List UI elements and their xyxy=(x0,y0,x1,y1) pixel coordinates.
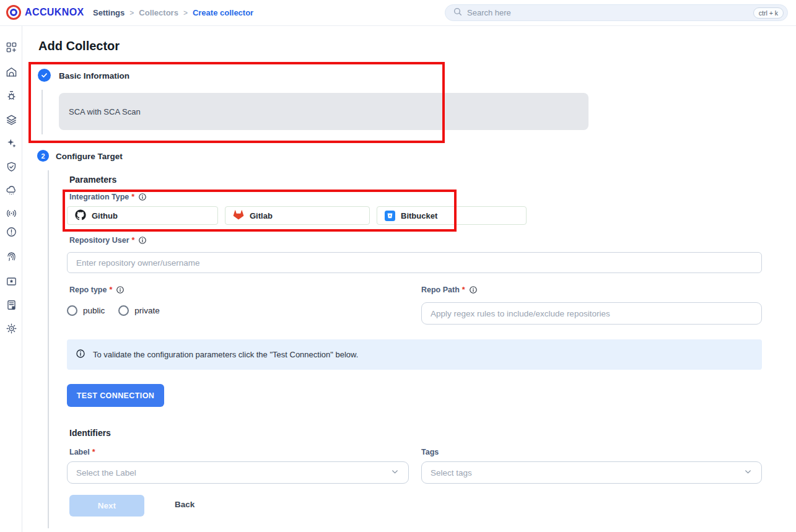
integration-option-bitbucket[interactable]: Bitbucket xyxy=(377,206,527,225)
step2-label: Configure Target xyxy=(56,152,123,161)
integration-option-github[interactable]: Github xyxy=(67,206,218,225)
step2-number-badge: 2 xyxy=(37,150,49,162)
required-asterisk: * xyxy=(109,286,112,294)
alert-icon[interactable] xyxy=(5,225,17,238)
radio-circle-icon xyxy=(67,305,77,316)
search-placeholder: Search here xyxy=(467,8,753,17)
fingerprint-icon[interactable] xyxy=(5,250,17,263)
info-icon xyxy=(76,349,85,361)
integration-option-gitlab[interactable]: Gitlab xyxy=(225,206,370,225)
step1-completed-icon xyxy=(38,69,51,82)
info-icon[interactable] xyxy=(469,286,478,294)
required-asterisk: * xyxy=(462,286,465,294)
required-asterisk: * xyxy=(92,448,95,456)
repo-type-radio-group: public private xyxy=(67,305,160,316)
breadcrumb-separator: > xyxy=(183,9,188,17)
tags-field-label: Tags xyxy=(421,448,439,456)
repo-type-label: Repo type * xyxy=(69,286,125,294)
repo-path-input[interactable] xyxy=(421,302,762,325)
settings-gear-icon[interactable] xyxy=(5,322,17,334)
info-banner-text: To validate the configuration parameters… xyxy=(93,350,358,359)
integration-option-bitbucket-label: Bitbucket xyxy=(401,211,437,220)
accuknox-logo-text: ACCUKNOX xyxy=(25,7,84,18)
repo-path-label: Repo Path * xyxy=(421,286,478,294)
stepper-connector-2 xyxy=(48,170,49,528)
tags-select-placeholder: Select tags xyxy=(431,468,743,477)
repository-user-input[interactable] xyxy=(67,252,762,273)
repo-type-public-radio[interactable]: public xyxy=(67,305,105,316)
test-connection-button[interactable]: TEST CONNECTION xyxy=(67,384,164,407)
collector-type-selection[interactable]: SCA with SCA Scan xyxy=(59,93,588,130)
chevron-down-icon xyxy=(390,467,400,479)
keyboard-shortcut-badge: ctrl + k xyxy=(753,7,784,19)
info-banner: To validate the configuration parameters… xyxy=(67,339,762,370)
repository-user-label: Repository User * xyxy=(69,236,147,245)
cloud-icon[interactable] xyxy=(5,184,17,196)
gitlab-icon xyxy=(233,209,244,222)
label-select-placeholder: Select the Label xyxy=(76,468,390,477)
info-icon[interactable] xyxy=(116,286,125,294)
signal-icon[interactable] xyxy=(5,207,17,219)
back-button[interactable]: Back xyxy=(175,500,195,509)
integration-option-github-label: Github xyxy=(92,211,118,220)
home-icon[interactable] xyxy=(5,66,17,78)
chevron-down-icon xyxy=(743,467,753,479)
parameters-heading: Parameters xyxy=(69,175,116,185)
layers-icon[interactable] xyxy=(5,113,17,126)
bitbucket-icon xyxy=(385,211,395,221)
left-sidebar xyxy=(0,26,22,532)
repo-type-public-label: public xyxy=(83,306,105,315)
global-search-input[interactable]: Search here ctrl + k xyxy=(445,4,788,21)
breadcrumb: Settings > Collectors > Create collector xyxy=(93,8,253,17)
integration-type-label: Integration Type * xyxy=(69,193,147,201)
breadcrumb-settings[interactable]: Settings xyxy=(93,8,125,17)
stepper-connector-1 xyxy=(42,90,43,134)
top-bar: ACCUKNOX Settings > Collectors > Create … xyxy=(0,0,796,26)
required-asterisk: * xyxy=(132,236,135,245)
info-icon[interactable] xyxy=(138,193,147,201)
radio-circle-icon xyxy=(118,305,129,316)
breadcrumb-create-collector[interactable]: Create collector xyxy=(193,8,253,17)
page-title: Add Collector xyxy=(38,39,120,53)
sparkles-icon[interactable] xyxy=(5,137,17,149)
breadcrumb-separator: > xyxy=(129,9,134,17)
collector-type-selection-text: SCA with SCA Scan xyxy=(69,107,141,116)
label-field-label: Label * xyxy=(69,448,95,456)
repo-type-private-radio[interactable]: private xyxy=(118,305,160,316)
apps-plus-icon[interactable] xyxy=(5,41,17,53)
step1-label: Basic Information xyxy=(59,71,129,81)
accuknox-logo-icon xyxy=(6,5,21,20)
bug-icon[interactable] xyxy=(5,89,17,102)
search-icon xyxy=(453,7,463,19)
repo-type-private-label: private xyxy=(134,306,160,315)
badge-star-icon[interactable] xyxy=(5,275,17,287)
breadcrumb-collectors[interactable]: Collectors xyxy=(139,8,178,17)
shield-check-icon[interactable] xyxy=(5,160,17,173)
identifiers-heading: Identifiers xyxy=(69,428,111,438)
report-icon[interactable] xyxy=(5,299,17,311)
next-button[interactable]: Next xyxy=(69,495,144,517)
tags-select[interactable]: Select tags xyxy=(421,461,762,484)
github-icon xyxy=(75,209,86,222)
accuknox-logo[interactable]: ACCUKNOX xyxy=(6,5,84,20)
label-select[interactable]: Select the Label xyxy=(67,461,409,484)
info-icon[interactable] xyxy=(138,236,147,245)
integration-option-gitlab-label: Gitlab xyxy=(250,211,273,220)
required-asterisk: * xyxy=(131,193,134,201)
